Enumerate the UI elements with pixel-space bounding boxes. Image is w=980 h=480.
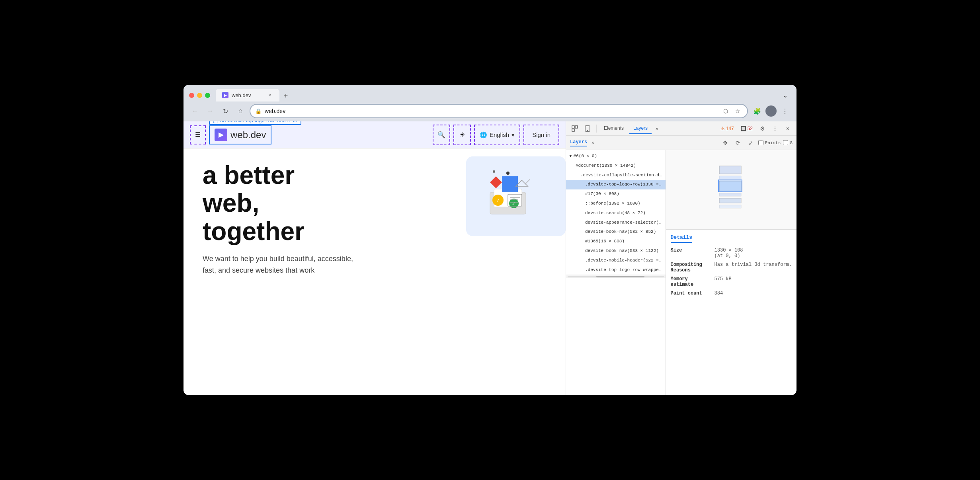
layer-item-1365[interactable]: #1365(16 × 808)	[566, 237, 666, 246]
extensions-button[interactable]: 🧩	[751, 105, 763, 117]
rotate-tool-button[interactable]: ⟳	[733, 138, 743, 148]
svg-rect-25	[719, 198, 741, 203]
svg-rect-21	[719, 166, 741, 174]
paints-checkbox[interactable]: Paints	[758, 140, 781, 145]
language-arrow-icon: ▾	[511, 131, 515, 139]
theme-icon: ☀	[459, 131, 465, 139]
svg-rect-16	[572, 126, 574, 128]
layers-tab[interactable]: Layers	[629, 123, 652, 134]
new-tab-button[interactable]: +	[280, 90, 291, 101]
inspect-element-button[interactable]	[569, 123, 580, 134]
security-icon: 🔒	[255, 108, 262, 114]
devtools-more-button[interactable]: ⋮	[769, 123, 781, 134]
layer-root-arrow: ▼	[569, 152, 572, 160]
devtools-settings-button[interactable]: ⚙	[757, 123, 768, 134]
layer-item-mobile-header[interactable]: .devsite-mobile-header(522 × 108)	[566, 256, 666, 265]
pan-tool-button[interactable]: ✥	[720, 138, 730, 148]
warnings-button[interactable]: ⚠ 147	[718, 125, 736, 132]
layer-item-collapsible[interactable]: .devsite-collapsible-section.devsite-hea	[566, 171, 666, 180]
paints-checkbox-input[interactable]	[758, 140, 763, 145]
device-toolbar-button[interactable]	[582, 123, 593, 134]
svg-rect-17	[572, 129, 574, 131]
svg-text:✓: ✓	[496, 198, 500, 203]
window-dropdown-button[interactable]: ⌄	[779, 89, 791, 101]
device-icon	[584, 125, 591, 132]
element-inspector-label: ⬚ div.devsite-top-logo-row 665 × 48	[209, 121, 301, 125]
details-title: Details	[671, 234, 693, 243]
layer-item-book-nav-1[interactable]: devsite-book-nav(582 × 852)	[566, 227, 666, 237]
svg-point-8	[506, 172, 510, 175]
slow-scroll-input[interactable]	[783, 140, 788, 145]
layer-item-devsite-search[interactable]: devsite-search(48 × 72)	[566, 209, 666, 218]
scrollbar-thumb[interactable]	[596, 276, 644, 277]
browser-tab[interactable]: ▶ web.dev ×	[216, 89, 279, 101]
layer-item-appearance[interactable]: devsite-appearance-selector(72 × 72)	[566, 218, 666, 228]
devtools-body: ▼ #6(0 × 0) #document(1330 × 14842) .dev…	[566, 150, 796, 395]
search-icon: 🔍	[437, 131, 445, 139]
forward-button[interactable]: →	[204, 105, 216, 117]
zoom-tool-button[interactable]: ⤢	[746, 138, 756, 148]
more-tabs-button[interactable]: »	[653, 124, 661, 133]
svg-rect-26	[719, 205, 741, 208]
window-maximize-button[interactable]	[205, 93, 210, 98]
error-icon: 🔲	[740, 126, 746, 131]
chrome-menu-button[interactable]: ⋮	[779, 105, 791, 117]
layer-item-before[interactable]: ::before(1392 × 1000)	[566, 199, 666, 209]
layers-toolbar: Layers × ✥ ⟳ ⤢ Paints S	[566, 136, 796, 150]
devtools-panel: Elements Layers » ⚠ 147 🔲 52 ⚙ ⋮ ×	[566, 121, 796, 395]
layer-item-logo-row-wrapper[interactable]: .devsite-top-logo-row-wrapper-wrappe	[566, 265, 666, 275]
layer-item-root[interactable]: ▼ #6(0 × 0)	[566, 152, 666, 161]
window-close-button[interactable]	[189, 93, 194, 98]
header-signin-button[interactable]: Sign in	[523, 125, 559, 145]
globe-icon: 🌐	[480, 131, 487, 139]
detail-memory-label: Memory estimate	[671, 276, 715, 287]
webdev-logo-icon: ▶	[215, 129, 227, 141]
details-panel: Details Size 1330 × 108 (at 0, 0) C	[666, 230, 796, 395]
devtools-close-button[interactable]: ×	[782, 123, 793, 134]
home-button[interactable]: ⌂	[234, 105, 246, 117]
window-minimize-button[interactable]	[197, 93, 202, 98]
tab-bar: ▶ web.dev × +	[216, 89, 291, 101]
back-button[interactable]: ←	[189, 105, 201, 117]
header-overlay: ☰ ⬚ div.devsite-top-logo-row 665 × 48 ▶ …	[184, 121, 566, 148]
elements-tab[interactable]: Elements	[600, 123, 628, 134]
layer-item-document[interactable]: #document(1330 × 14842)	[566, 161, 666, 171]
profile-button[interactable]	[765, 105, 777, 117]
inspect-icon	[572, 125, 578, 132]
slow-scroll-label: S	[790, 140, 793, 145]
errors-button[interactable]: 🔲 52	[738, 125, 755, 132]
address-bar[interactable]: 🔒 ⬡ ☆	[250, 104, 748, 118]
header-theme-button[interactable]: ☀	[453, 125, 471, 145]
layer-item-17[interactable]: #17(30 × 808)	[566, 189, 666, 199]
layer-tree-list[interactable]: ▼ #6(0 × 0) #document(1330 × 14842) .dev…	[566, 150, 666, 395]
detail-compositing-row: Compositing Reasons Has a trivial 3d tra…	[671, 262, 792, 273]
header-search-button[interactable]: 🔍	[433, 125, 450, 145]
logo-area[interactable]: ⬚ div.devsite-top-logo-row 665 × 48 ▶ we…	[209, 125, 271, 144]
reload-button[interactable]: ↻	[219, 105, 231, 117]
hero-headline: a better web, together	[203, 161, 362, 245]
layer-root-text: #6(0 × 0)	[574, 152, 597, 160]
devtools-right-actions: ⚠ 147 🔲 52 ⚙ ⋮ ×	[718, 123, 793, 134]
layer-preview-svg	[715, 162, 747, 218]
layer-item-book-nav-2[interactable]: devsite-book-nav(538 × 1122)	[566, 246, 666, 256]
layers-3d-preview	[666, 150, 796, 230]
layers-close-tab-button[interactable]: ×	[590, 140, 596, 146]
slow-scroll-checkbox[interactable]: S	[783, 140, 793, 145]
browser-window: ▶ web.dev × + ⌄ ← → ↻ ⌂ 🔒 ⬡ ☆ 🧩 ⋮	[184, 85, 796, 395]
hero-subtitle: We want to help you build beautiful, acc…	[203, 253, 362, 276]
bookmark-button[interactable]: ☆	[733, 106, 742, 116]
tab-close-button[interactable]: ×	[267, 92, 273, 98]
address-bar-actions: ⬡ ☆	[721, 106, 742, 116]
layers-scrollbar[interactable]	[566, 275, 666, 278]
cast-button[interactable]: ⬡	[721, 106, 730, 116]
layer-item-top-logo-row[interactable]: .devsite-top-logo-row(1330 × 108)	[566, 180, 666, 189]
hamburger-menu[interactable]: ☰	[190, 125, 206, 144]
chrome-right-actions: 🧩 ⋮	[751, 105, 791, 117]
detail-compositing-value: Has a trivial 3d transform.	[715, 262, 792, 273]
detail-paint-count-label: Paint count	[671, 291, 715, 296]
address-input[interactable]	[265, 108, 718, 114]
header-language-button[interactable]: 🌐 English ▾	[474, 125, 520, 145]
detail-paint-count-row: Paint count 384	[671, 291, 792, 296]
tab-favicon: ▶	[222, 92, 228, 98]
detail-size-row: Size 1330 × 108 (at 0, 0)	[671, 248, 792, 259]
